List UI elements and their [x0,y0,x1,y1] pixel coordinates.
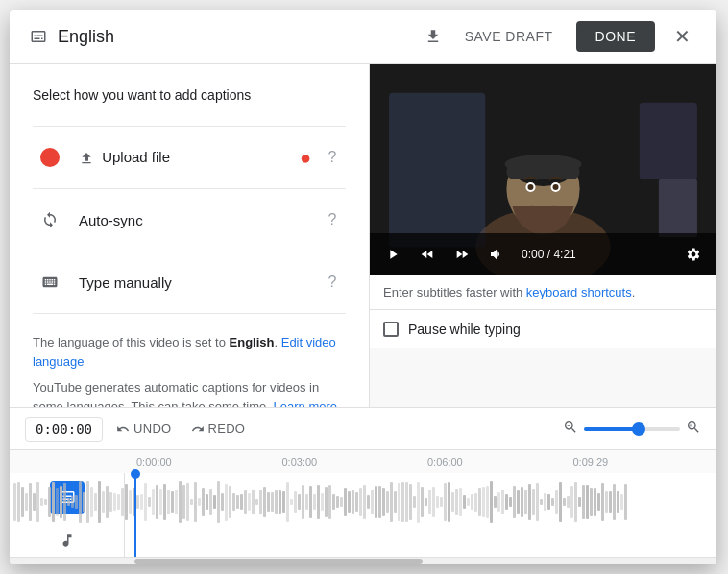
wave-bar [240,494,243,510]
wave-bar [586,485,589,520]
header-left: English [29,27,114,47]
autosync-option[interactable]: Auto-sync ? [33,189,346,251]
keyboard-icon [33,265,67,299]
right-panel: 0:00 / 4:21 Enter subtitles faster with … [370,64,716,407]
wave-bar [40,498,43,507]
wave-bar [313,494,316,511]
wave-bar [509,497,512,507]
wave-bar [83,492,85,512]
wave-bar [121,488,124,517]
wave-bar [52,482,55,522]
manual-help-icon[interactable]: ? [319,269,346,296]
wave-bar [125,484,128,520]
keyboard-shortcuts-link[interactable]: keyboard shortcuts [526,285,632,299]
settings-button[interactable] [680,241,707,268]
modal-header: English SAVE DRAFT DONE ✕ [10,10,716,64]
learn-more-link[interactable]: Learn more [274,399,337,408]
language-info: The language of this video is set to Eng… [33,333,346,407]
video-controls: 0:00 / 4:21 [370,233,716,275]
wave-bar [213,495,216,508]
undo-button[interactable]: UNDO [110,418,177,440]
wave-bar [190,499,193,504]
zoom-slider[interactable] [584,427,680,431]
wave-bar [209,489,212,514]
wave-bar [186,483,189,520]
timeline-area: 0:00:00 0:03:00 0:06:00 0:09:29 [10,449,716,564]
done-button[interactable]: DONE [576,21,655,52]
type-manually-option[interactable]: Type manually ? [33,251,346,314]
wave-bar [63,483,66,521]
wave-bar [159,489,162,515]
upload-file-option[interactable]: Upload file ● ? [33,126,346,189]
wave-bar [167,490,170,515]
wave-bar [13,483,16,522]
wave-bar [394,491,397,513]
volume-button[interactable] [483,241,510,268]
wave-bar [33,493,36,512]
wave-bar [248,493,251,511]
wave-bar [582,485,585,520]
save-draft-button[interactable]: SAVE DRAFT [453,21,565,52]
rewind-button[interactable] [414,241,441,268]
play-button[interactable] [379,241,406,268]
wave-bar [25,493,28,512]
close-button[interactable]: ✕ [667,21,697,52]
wave-bar [490,481,493,523]
wave-bar [232,493,235,512]
wave-bar [524,490,527,514]
autosync-help-icon[interactable]: ? [319,206,346,233]
wave-bar [21,487,24,517]
wave-bar [182,485,185,520]
wave-bar [601,483,604,521]
wave-bar [597,493,600,511]
forward-button[interactable] [449,241,475,268]
pause-typing-checkbox[interactable] [383,322,399,337]
wave-bar [459,488,462,517]
wave-bar [578,497,581,506]
svg-rect-2 [659,179,697,237]
wave-bar [448,482,450,522]
time-mark-2: 0:06:00 [425,456,571,467]
upload-red-indicator: ● [300,147,311,169]
wave-bar [521,487,523,517]
upload-help-icon[interactable]: ? [319,144,346,171]
waveform-row [10,473,716,557]
wave-bar [574,482,577,521]
time-mark-3: 0:09:29 [571,456,717,467]
wave-bar [282,491,285,513]
audio-track-icon[interactable] [50,525,85,558]
wave-bar [17,482,20,522]
playhead[interactable] [134,473,136,557]
wave-bar [471,494,473,511]
wave-bar [156,485,158,519]
wave-bar [398,483,400,520]
wave-bar [613,484,616,521]
wave-bar [340,497,343,508]
wave-bar [425,498,427,506]
wave-bar [555,490,558,513]
wave-bar [513,486,516,518]
wave-bar [367,495,370,508]
wave-bar [48,487,51,518]
wave-bar [271,492,274,512]
wave-bar [547,494,550,510]
wave-bar [305,494,308,511]
zoom-out-icon[interactable] [563,419,578,439]
wave-bar [497,492,500,511]
wave-bar [129,490,132,513]
wave-bar [344,488,347,516]
svg-point-8 [504,155,581,174]
wave-bar [413,496,416,508]
wave-bar [113,493,116,512]
wave-bar [486,486,489,518]
wave-bar [390,482,393,523]
wave-bar [298,494,301,509]
wave-bar [409,484,412,519]
wave-bar [144,483,147,522]
wave-bar [590,488,593,515]
redo-button[interactable]: REDO [185,418,252,440]
timeline-scrollbar[interactable] [10,557,716,564]
wave-bar [536,483,539,521]
zoom-in-icon[interactable] [686,419,701,439]
wave-bar [302,485,304,519]
